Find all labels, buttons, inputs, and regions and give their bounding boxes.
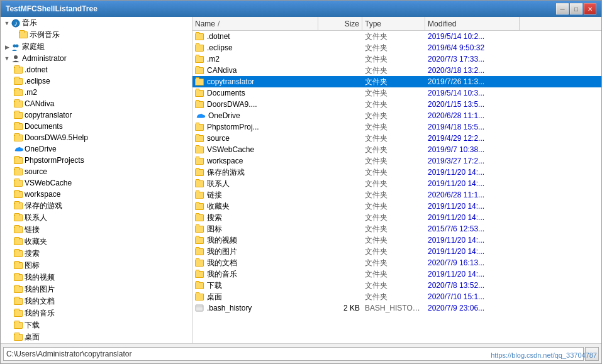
tree-item[interactable]: 下载: [1, 319, 192, 331]
file-icon: [195, 237, 204, 244]
col-name-label: Name: [195, 19, 215, 28]
file-icon: [195, 226, 204, 233]
tree-item[interactable]: DoorsDWA9.5Help: [1, 132, 192, 143]
col-header-modified[interactable]: Modified: [425, 17, 520, 30]
list-row[interactable]: Documents 文件夹 2019/5/14 10:3...: [192, 87, 601, 99]
tree-item[interactable]: workspace: [1, 189, 192, 200]
tree-item[interactable]: 链接: [1, 224, 192, 236]
list-row[interactable]: 图标 文件夹 2015/7/6 12:53...: [192, 223, 601, 234]
tree-item[interactable]: ▼ ♪ 音乐: [1, 17, 192, 29]
list-row[interactable]: OneDrive 文件夹 2020/6/28 11:1...: [192, 110, 601, 121]
list-row[interactable]: .dotnet 文件夹 2019/5/14 10:2...: [192, 31, 601, 42]
list-row[interactable]: 我的图片 文件夹 2019/11/20 14:...: [192, 246, 601, 257]
list-row[interactable]: 保存的游戏 文件夹 2019/11/20 14:...: [192, 167, 601, 178]
cell-name: 图标: [192, 224, 318, 234]
tree-item[interactable]: 桌面: [1, 331, 192, 343]
tree-item[interactable]: 图标: [1, 260, 192, 272]
tree-item[interactable]: 示例音乐: [1, 29, 192, 41]
cell-name: 链接: [192, 190, 318, 201]
cell-modified: 2020/7/9 16:13...: [425, 258, 520, 267]
minimize-button[interactable]: ─: [556, 3, 569, 14]
tree-item[interactable]: ▶ 家庭组: [1, 41, 192, 53]
list-row[interactable]: copytranslator 文件夹 2019/7/26 11:3...: [192, 76, 601, 87]
col-header-name[interactable]: Name /: [192, 17, 318, 30]
onedrive-icon: [13, 144, 23, 154]
list-row[interactable]: 搜索 文件夹 2019/11/20 14:...: [192, 212, 601, 223]
list-row[interactable]: CANdiva 文件夹 2020/3/18 13:2...: [192, 65, 601, 76]
tree-item[interactable]: 我的视频: [1, 272, 192, 284]
list-row[interactable]: VSWebCache 文件夹 2019/9/7 10:38...: [192, 144, 601, 155]
cell-name: workspace: [192, 157, 318, 165]
file-icon: [195, 203, 204, 210]
file-name-text: OneDrive: [208, 111, 240, 120]
list-row[interactable]: .bash_history 2 KB BASH_HISTORY.... 2020…: [192, 302, 601, 314]
list-row[interactable]: DoorsDWA9.... 文件夹 2020/1/15 13:5...: [192, 99, 601, 110]
tree-item[interactable]: 搜索: [1, 248, 192, 260]
tree-label: 下载: [25, 320, 40, 331]
tree-item[interactable]: PhpstormProjects: [1, 155, 192, 166]
tree-item[interactable]: Documents: [1, 121, 192, 132]
tree-item[interactable]: copytranslator: [1, 109, 192, 121]
tree-item[interactable]: ▼ Administrator: [1, 53, 192, 64]
file-icon: [195, 294, 204, 301]
tree-panel[interactable]: ▼ ♪ 音乐 示例音乐 ▶ 家庭组: [1, 17, 192, 343]
cell-modified: 2020/6/28 11:1...: [425, 190, 520, 199]
list-row[interactable]: 下载 文件夹 2020/7/8 13:52...: [192, 280, 601, 291]
tree-item[interactable]: source: [1, 166, 192, 177]
tree-label: VSWebCache: [25, 179, 72, 187]
list-row[interactable]: workspace 文件夹 2019/3/27 17:2...: [192, 155, 601, 167]
list-row[interactable]: 链接 文件夹 2020/6/28 11:1...: [192, 189, 601, 201]
tree-item[interactable]: 我的音乐: [1, 307, 192, 319]
list-row[interactable]: PhpstormProj... 文件夹 2019/4/18 15:5...: [192, 121, 601, 133]
tree-item[interactable]: 保存的游戏: [1, 200, 192, 212]
file-icon: [195, 304, 204, 312]
maximize-button[interactable]: □: [570, 3, 582, 14]
list-row[interactable]: 我的视频 文件夹 2019/11/20 14:...: [192, 234, 601, 246]
cell-modified: 2020/7/3 17:33...: [425, 55, 520, 63]
cell-modified: 2019/7/26 11:3...: [425, 77, 520, 86]
tree-item[interactable]: CANdiva: [1, 98, 192, 109]
cell-type: 文件夹: [362, 65, 425, 76]
tree-item[interactable]: 我的文档: [1, 295, 192, 307]
tree-item[interactable]: OneDrive: [1, 143, 192, 155]
list-body[interactable]: .dotnet 文件夹 2019/5/14 10:2... .eclipse 文…: [192, 31, 601, 343]
cell-type: BASH_HISTORY....: [362, 304, 425, 312]
folder-icon: [13, 309, 23, 319]
col-header-type[interactable]: Type: [362, 17, 425, 30]
tree-item[interactable]: VSWebCache: [1, 177, 192, 189]
file-name-text: VSWebCache: [207, 145, 254, 154]
cell-type: 文件夹: [362, 145, 425, 155]
list-row[interactable]: 桌面 文件夹 2020/7/10 15:1...: [192, 291, 601, 302]
tree-label: .m2: [25, 88, 37, 97]
tree-item[interactable]: 收藏夹: [1, 236, 192, 248]
cell-type: 文件夹: [362, 99, 425, 110]
tree-item[interactable]: 我的图片: [1, 284, 192, 295]
list-row[interactable]: 我的音乐 文件夹 2019/11/20 14:...: [192, 268, 601, 280]
tree-item[interactable]: 联系人: [1, 212, 192, 224]
tree-item[interactable]: .m2: [1, 87, 192, 98]
cell-type: 文件夹: [362, 179, 425, 189]
file-name-text: .eclipse: [207, 43, 233, 52]
tree-item[interactable]: .dotnet: [1, 64, 192, 75]
cell-type: 文件夹: [362, 246, 425, 257]
list-row[interactable]: .eclipse 文件夹 2019/6/4 9:50:32: [192, 42, 601, 53]
col-header-size[interactable]: Size: [318, 17, 362, 30]
cell-name: OneDrive: [192, 111, 318, 120]
list-row[interactable]: source 文件夹 2019/4/29 12:2...: [192, 133, 601, 144]
list-row[interactable]: 我的文档 文件夹 2020/7/9 16:13...: [192, 257, 601, 268]
cell-name: PhpstormProj...: [192, 123, 318, 131]
folder-icon: [13, 201, 23, 211]
close-button[interactable]: ✕: [584, 3, 596, 14]
tree-label: 联系人: [25, 212, 47, 223]
file-icon: [195, 158, 204, 165]
cell-name: .dotnet: [192, 32, 318, 41]
list-row[interactable]: .m2 文件夹 2020/7/3 17:33...: [192, 53, 601, 65]
list-row[interactable]: 联系人 文件夹 2019/11/20 14:...: [192, 178, 601, 189]
cell-modified: 2019/11/20 14:...: [425, 270, 520, 279]
folder-icon: [18, 30, 28, 40]
tree-label: .eclipse: [25, 77, 50, 85]
tree-item[interactable]: .eclipse: [1, 75, 192, 87]
file-name-text: 桌面: [207, 292, 222, 302]
folder-icon: [13, 121, 23, 131]
list-row[interactable]: 收藏夹 文件夹 2019/11/20 14:...: [192, 201, 601, 212]
